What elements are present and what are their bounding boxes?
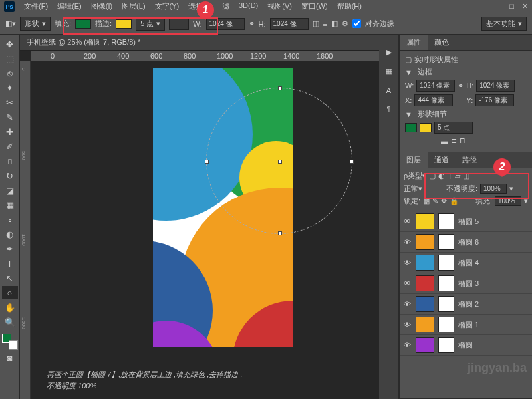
- link-icon[interactable]: ⚭: [458, 82, 464, 90]
- dock-char-icon[interactable]: A: [386, 86, 391, 94]
- prop-y-input[interactable]: -176 像素: [475, 94, 514, 106]
- dock-para-icon[interactable]: ¶: [387, 105, 391, 113]
- layer-row[interactable]: 👁椭圆: [400, 335, 532, 356]
- prop-fill-swatch[interactable]: [405, 123, 417, 132]
- visibility-icon[interactable]: 👁: [402, 238, 412, 246]
- prop-stroke-w[interactable]: 5 点: [434, 122, 473, 134]
- filter-kind[interactable]: ρ类型▾: [404, 171, 426, 181]
- stroke-join-icon[interactable]: ⊓: [460, 136, 466, 145]
- menu-edit[interactable]: 编辑(E): [53, 0, 86, 13]
- gear-icon[interactable]: ⚙: [342, 19, 348, 28]
- layers-list: 👁椭圆 5 👁椭圆 6 👁椭圆 4 👁椭圆 3 👁椭圆 2 👁椭圆 1 👁椭圆: [400, 211, 532, 356]
- visibility-icon[interactable]: 👁: [402, 300, 412, 308]
- brush-tool[interactable]: ✐: [2, 140, 18, 153]
- quickmask-icon[interactable]: ◙: [2, 351, 18, 364]
- crop-tool[interactable]: ✂: [2, 96, 18, 109]
- tutorial-caption: 再画个正圆【椭圆 7】,放在背景层上边 ,填充绿色 ,去掉描边 , 不透明度 1…: [47, 369, 243, 391]
- ruler-horizontal: 02004006008001000120014001600: [31, 51, 379, 61]
- type-tool[interactable]: T: [2, 257, 18, 270]
- align-edges-checkbox[interactable]: [352, 19, 361, 28]
- layer-row[interactable]: 👁椭圆 3: [400, 273, 532, 294]
- height-input[interactable]: 1024 像: [270, 18, 309, 30]
- zoom-tool[interactable]: 🔍: [2, 315, 18, 329]
- menu-window[interactable]: 窗口(W): [297, 0, 332, 13]
- layer-row[interactable]: 👁椭圆 6: [400, 232, 532, 253]
- prop-w-input[interactable]: 1024 像素: [416, 80, 455, 92]
- eraser-tool[interactable]: ◪: [2, 184, 18, 197]
- menu-view[interactable]: 视图(V): [263, 0, 296, 13]
- stroke-align-icon[interactable]: ▬: [441, 137, 448, 145]
- layer-row[interactable]: 👁椭圆 5: [400, 211, 532, 232]
- menu-filter[interactable]: 滤: [218, 0, 233, 13]
- menu-type[interactable]: 文字(Y): [151, 0, 184, 13]
- tab-properties[interactable]: 属性: [400, 35, 428, 50]
- hand-tool[interactable]: ✋: [2, 301, 18, 314]
- heal-tool[interactable]: ✚: [2, 125, 18, 138]
- canvas-area: 手机壁纸 @ 25% (椭圆 7, RGB/8) * 0200400600800…: [20, 35, 379, 399]
- dodge-tool[interactable]: ◐: [2, 227, 18, 241]
- align-edges-label: 对齐边缘: [365, 19, 394, 29]
- annotation-marker-2: 2: [493, 158, 511, 176]
- lock-label: 锁定:: [404, 196, 420, 206]
- move-tool[interactable]: ✥: [2, 37, 18, 51]
- stamp-tool[interactable]: ⎍: [2, 154, 18, 168]
- menu-help[interactable]: 帮助(H): [333, 0, 366, 13]
- link-wh-icon[interactable]: ⚭: [249, 19, 255, 28]
- prop-h-input[interactable]: 1024 像素: [476, 80, 515, 92]
- panel-dock: ▶ ▦ A ¶: [379, 35, 399, 399]
- color-swatches[interactable]: [2, 334, 18, 350]
- layer-row[interactable]: 👁椭圆 2: [400, 294, 532, 315]
- history-brush-tool[interactable]: ↻: [2, 169, 18, 182]
- lasso-tool[interactable]: ⎋: [2, 66, 18, 80]
- visibility-icon[interactable]: 👁: [402, 341, 412, 349]
- selection-outline[interactable]: [206, 88, 352, 234]
- app-logo: Ps: [4, 1, 15, 12]
- visibility-icon[interactable]: 👁: [402, 217, 412, 225]
- tab-color[interactable]: 颜色: [428, 35, 456, 50]
- gradient-tool[interactable]: ▦: [2, 198, 18, 211]
- properties-panel: 属性 颜色 ▢实时形状属性 ▼边框 W:1024 像素⚭H:1024 像素 X:…: [400, 35, 532, 152]
- tab-paths[interactable]: 路径: [456, 152, 483, 168]
- shape-props-icon: ▢: [405, 55, 412, 64]
- maximize-icon[interactable]: □: [509, 2, 514, 11]
- arrange-icon[interactable]: ◧: [331, 19, 338, 28]
- window-controls: — □ ✕: [494, 2, 528, 11]
- menu-file[interactable]: 文件(F): [20, 0, 52, 13]
- shape-tool[interactable]: ○: [2, 286, 18, 299]
- section-bbox: 边框: [418, 67, 432, 77]
- dock-history-icon[interactable]: ▶: [386, 48, 392, 57]
- pen-tool[interactable]: ✒: [2, 242, 18, 255]
- tool-preset-icon[interactable]: ◧▾: [5, 19, 16, 28]
- dock-swatches-icon[interactable]: ▦: [386, 67, 392, 76]
- menu-image[interactable]: 图像(I): [87, 0, 116, 13]
- menu-3d[interactable]: 3D(D): [235, 0, 262, 13]
- blur-tool[interactable]: ∘: [2, 213, 18, 226]
- ruler-vertical: 050010001500: [20, 61, 31, 399]
- minimize-icon[interactable]: —: [494, 2, 501, 11]
- layer-row[interactable]: 👁椭圆 4: [400, 253, 532, 273]
- tab-layers[interactable]: 图层: [400, 152, 428, 168]
- stroke-cap-icon[interactable]: ⊏: [451, 136, 457, 145]
- menu-layer[interactable]: 图层(L): [118, 0, 149, 13]
- workspace-select[interactable]: 基本功能▾: [481, 17, 527, 31]
- layer-row[interactable]: 👁椭圆 1: [400, 315, 532, 335]
- tab-channels[interactable]: 通道: [428, 152, 456, 168]
- shape-mode-select[interactable]: 形状▾: [20, 17, 51, 31]
- stroke-type[interactable]: —: [405, 137, 438, 145]
- annotation-box-2: [424, 173, 529, 200]
- align-icon[interactable]: ≡: [323, 20, 327, 28]
- wand-tool[interactable]: ✦: [2, 81, 18, 94]
- visibility-icon[interactable]: 👁: [402, 259, 412, 267]
- document-tab[interactable]: 手机壁纸 @ 25% (椭圆 7, RGB/8) *: [20, 35, 379, 51]
- visibility-icon[interactable]: 👁: [402, 321, 412, 329]
- close-icon[interactable]: ✕: [522, 2, 528, 11]
- path-select-tool[interactable]: ↖: [2, 271, 18, 285]
- toolbox: ✥ ⬚ ⎋ ✦ ✂ ✎ ✚ ✐ ⎍ ↻ ◪ ▦ ∘ ◐ ✒ T ↖ ○ ✋ 🔍 …: [0, 35, 20, 399]
- marquee-tool[interactable]: ⬚: [2, 52, 18, 65]
- visibility-icon[interactable]: 👁: [402, 279, 412, 287]
- props-title: 实时形状属性: [414, 55, 458, 65]
- prop-x-input[interactable]: 444 像素: [414, 94, 453, 106]
- path-ops-icon[interactable]: ◫: [313, 19, 319, 28]
- eyedropper-tool[interactable]: ✎: [2, 110, 18, 124]
- prop-stroke-swatch[interactable]: [420, 123, 432, 132]
